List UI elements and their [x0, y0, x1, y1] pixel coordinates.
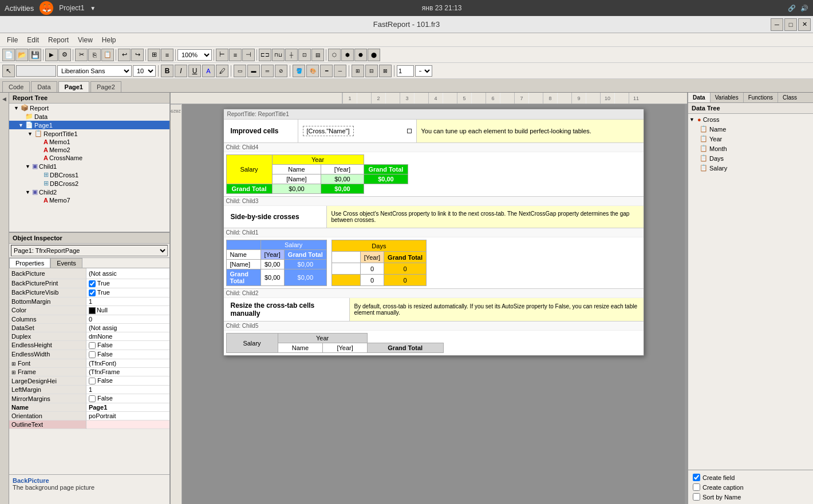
tree-item-crossname[interactable]: A CrossName [9, 154, 169, 162]
improved-cross-area[interactable]: [Cross."Name"] [298, 120, 417, 142]
prop-checkbox-eh[interactable] [89, 342, 96, 349]
project-dropdown[interactable]: ▼ [90, 5, 96, 11]
tb-run[interactable]: ⚙ [58, 49, 71, 61]
tree-item-reporttitle1[interactable]: ▼ 📋 ReportTitle1 [9, 129, 169, 138]
tb-cut[interactable]: ✂ [75, 49, 88, 61]
activities-btn[interactable]: Activities [5, 4, 34, 13]
prop-checkbox-mm[interactable] [89, 395, 96, 402]
right-tab-variables[interactable]: Variables [711, 93, 744, 102]
tree-item-dbcross1[interactable]: ⊞ DBCross1 [9, 170, 169, 179]
tab-code[interactable]: Code [2, 81, 30, 92]
tb-more1[interactable]: ⊏⊐ [259, 49, 271, 61]
menu-report[interactable]: Report [44, 35, 73, 45]
tb-more3[interactable]: ┼ [285, 49, 298, 61]
tb-italic[interactable]: I [175, 65, 187, 77]
window-controls[interactable]: ─ □ ✕ [771, 18, 811, 31]
prop-checkbox-ew[interactable] [89, 351, 96, 358]
edge-collapse-btn[interactable]: ◀ [1, 95, 9, 103]
tree-item-page1[interactable]: ▼ 📄 Page1 [9, 121, 169, 129]
prop-checkbox-ldh[interactable] [89, 378, 96, 384]
tree-item-child1[interactable]: ▼ ▣ Child1 [9, 162, 169, 170]
tb-fill2[interactable]: 🎨 [306, 65, 319, 77]
data-tree-item-cross[interactable]: ▼ ● Cross [689, 115, 812, 124]
sort-by-name-checkbox[interactable] [693, 493, 700, 501]
tb-more9[interactable]: ⬤ [368, 49, 380, 61]
resize-handle[interactable] [407, 129, 412, 133]
tb-linew[interactable]: ─ [334, 65, 346, 77]
tb-border1[interactable]: ▭ [234, 65, 246, 77]
tb-align-left[interactable]: ⊢ [216, 49, 228, 61]
tb-border4[interactable]: ⊘ [275, 65, 287, 77]
tab-page2[interactable]: Page2 [90, 81, 121, 92]
menu-file[interactable]: File [2, 35, 22, 45]
tb-redo[interactable]: ↪ [131, 49, 144, 61]
tb-frame-e[interactable]: ⊠ [379, 65, 392, 77]
tb-cursor[interactable]: ↖ [2, 65, 15, 77]
create-field-checkbox[interactable] [693, 474, 700, 481]
prop-checkbox-bpv[interactable] [89, 289, 96, 296]
tab-data[interactable]: Data [31, 81, 57, 92]
font-name-select[interactable]: Liberation Sans [57, 65, 132, 77]
line-width-input[interactable] [397, 65, 414, 77]
tb-frame-n[interactable]: ⊟ [365, 65, 378, 77]
tb-more2[interactable]: ⊓⊔ [272, 49, 285, 61]
data-tree-item-year[interactable]: 📋 Year [689, 134, 812, 144]
tb-more5[interactable]: ▤ [311, 49, 324, 61]
tb-save[interactable]: 💾 [29, 49, 41, 61]
zoom-select[interactable]: 100%75%150% [177, 49, 212, 61]
right-tab-class[interactable]: Class [778, 93, 802, 102]
tb-preview[interactable]: ▶ [45, 49, 58, 61]
font-size-select[interactable]: 10 [133, 65, 156, 77]
tb-align-center[interactable]: ≡ [229, 49, 242, 61]
tb-more8[interactable]: ⬣ [354, 49, 367, 61]
create-caption-checkbox[interactable] [693, 483, 700, 491]
font-style-input[interactable] [16, 65, 56, 77]
tb-frame-more[interactable]: ⊞ [352, 65, 364, 77]
tree-item-report[interactable]: ▼ 📦 Report [9, 104, 169, 112]
tb-new[interactable]: 📄 [2, 49, 15, 61]
inspector-tab-events[interactable]: Events [50, 258, 82, 268]
tree-item-dbcross2[interactable]: ⊞ DBCross2 [9, 179, 169, 188]
data-tree-item-month[interactable]: 📋 Month [689, 144, 812, 153]
tb-highlight[interactable]: 🖊 [216, 65, 228, 77]
restore-btn[interactable]: □ [784, 18, 797, 31]
tb-more7[interactable]: ⬢ [341, 49, 354, 61]
inspector-page-select[interactable]: Page1: TfrxReportPage [11, 245, 168, 256]
tb-fill1[interactable]: 🪣 [293, 65, 305, 77]
tab-page1[interactable]: Page1 [58, 81, 89, 92]
tb-grid[interactable]: ⊞ [148, 49, 160, 61]
tree-item-memo7[interactable]: A Memo7 [9, 196, 169, 204]
data-tree-item-name[interactable]: 📋 Name [689, 124, 812, 134]
project-label[interactable]: Project1 [59, 4, 84, 12]
tb-border3[interactable]: ═ [261, 65, 274, 77]
line-style-select[interactable]: ─ [415, 65, 432, 77]
tree-item-memo2[interactable]: A Memo2 [9, 146, 169, 154]
tb-text-color[interactable]: A [202, 65, 215, 77]
tb-undo[interactable]: ↩ [118, 49, 131, 61]
tb-paste[interactable]: 📋 [101, 49, 114, 61]
tree-item-memo1[interactable]: A Memo1 [9, 138, 169, 146]
right-tab-data[interactable]: Data [688, 93, 711, 102]
close-btn[interactable]: ✕ [798, 18, 811, 31]
tb-copy[interactable]: ⎘ [88, 49, 101, 61]
tb-border2[interactable]: ▬ [247, 65, 260, 77]
data-tree-item-days[interactable]: 📋 Days [689, 153, 812, 163]
tb-underline[interactable]: U [188, 65, 201, 77]
prop-checkbox-bpp[interactable] [89, 280, 96, 287]
inspector-tab-properties[interactable]: Properties [9, 258, 50, 268]
tb-bold[interactable]: B [161, 65, 173, 77]
minimize-btn[interactable]: ─ [771, 18, 783, 31]
right-tab-functions[interactable]: Functions [744, 93, 778, 102]
menu-help[interactable]: Help [97, 35, 121, 45]
tb-open[interactable]: 📂 [15, 49, 28, 61]
tb-more6[interactable]: ⬡ [328, 49, 341, 61]
data-tree-item-salary[interactable]: 📋 Salary [689, 163, 812, 173]
tree-item-data[interactable]: 📁 Data [9, 112, 169, 121]
tb-more4[interactable]: ⊡ [298, 49, 311, 61]
tb-align[interactable]: ≡ [161, 49, 173, 61]
menu-edit[interactable]: Edit [22, 35, 44, 45]
menu-view[interactable]: View [73, 35, 97, 45]
tree-item-child2[interactable]: ▼ ▣ Child2 [9, 188, 169, 196]
tb-lines[interactable]: ━ [320, 65, 333, 77]
tb-align-right[interactable]: ⊣ [242, 49, 255, 61]
